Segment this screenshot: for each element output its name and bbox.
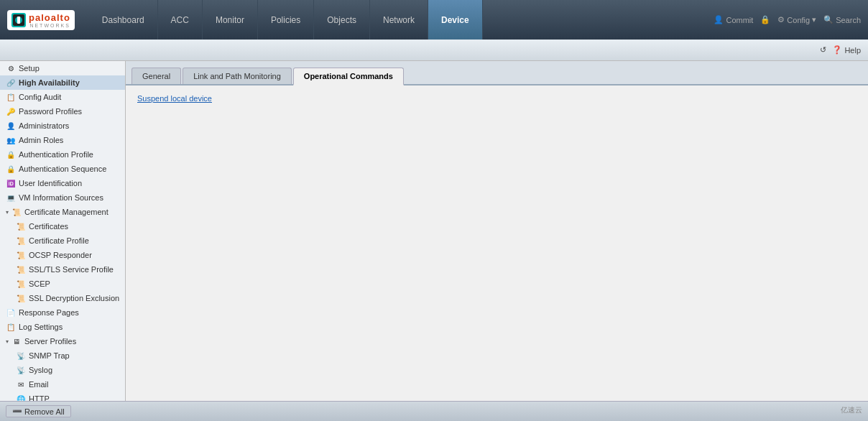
sidebar-label-ha: High Availability [19,78,80,87]
lock-icon: 🔒 [760,15,770,24]
main-nav-tabs: Dashboard ACC Monitor Policies Objects N… [89,0,714,40]
commit-label: Commit [726,16,753,24]
syslog-icon: 📡 [16,365,26,375]
remove-all-button[interactable]: ➖ Remove All [6,405,71,417]
logo-sub: NETWORKS [29,23,70,28]
nav-tab-monitor[interactable]: Monitor [203,0,258,40]
sidebar-item-high-availability[interactable]: 🔗 High Availability [0,75,125,90]
sidebar-item-ocsp[interactable]: 📜 OCSP Responder [0,248,125,262]
sidebar-label-log-settings: Log Settings [19,323,63,331]
sidebar-item-ssl-tls[interactable]: 📜 SSL/TLS Service Profile [0,262,125,277]
sidebar-item-http[interactable]: 🌐 HTTP [0,392,125,401]
config-button[interactable]: ⚙ Config ▾ [777,15,816,24]
response-pages-icon: 📄 [6,307,16,318]
sidebar-item-cert-mgmt[interactable]: ▾ 📜 Certificate Management [0,205,125,219]
sidebar-label-ocsp: OCSP Responder [29,251,92,259]
sidebar-label-setup: Setup [19,64,40,73]
tab-operational-commands[interactable]: Operational Commands [293,68,404,85]
remove-all-label: Remove All [24,407,65,416]
cert-mgmt-icon: 📜 [11,207,22,217]
http-icon: 🌐 [16,394,26,401]
commit-button[interactable]: 👤 Commit [714,15,753,24]
sidebar-item-ssl-decrypt[interactable]: 📜 SSL Decryption Exclusion [0,291,125,305]
sidebar-item-syslog[interactable]: 📡 Syslog [0,363,125,377]
sidebar-item-admin-roles[interactable]: 👥 Admin Roles [0,133,125,147]
search-icon: 🔍 [823,15,834,24]
sidebar-item-response-pages[interactable]: 📄 Response Pages [0,305,125,320]
sidebar-item-snmp[interactable]: 📡 SNMP Trap [0,348,125,363]
sidebar-label-auth-profile: Authentication Profile [19,150,93,159]
logo-brand: paloalto [29,12,70,23]
sidebar-label-user-id: User Identification [19,179,82,188]
vm-info-icon: 💻 [6,193,16,203]
sidebar-item-config-audit[interactable]: 📋 Config Audit [0,90,125,104]
nav-tab-dashboard[interactable]: Dashboard [89,0,158,40]
sidebar-label-config-audit: Config Audit [19,93,61,101]
sidebar-item-auth-profile[interactable]: 🔒 Authentication Profile [0,147,125,162]
sidebar-label-administrators: Administrators [19,121,69,130]
sidebar-label-server-profiles: Server Profiles [24,337,76,346]
sidebar-label-email: Email [29,380,49,389]
sidebar-item-password-profiles[interactable]: 🔑 Password Profiles [0,104,125,119]
sidebar-item-setup[interactable]: ⚙ Setup [0,61,125,75]
log-settings-icon: 📋 [6,322,16,332]
logo-icon [11,13,26,27]
nav-tab-device[interactable]: Device [428,0,483,40]
suspend-local-device-link[interactable]: Suspend local device [137,94,212,103]
tab-link-path-monitoring[interactable]: Link and Path Monitoring [183,68,292,84]
sidebar-item-log-settings[interactable]: 📋 Log Settings [0,320,125,334]
sidebar-label-ssl-tls: SSL/TLS Service Profile [29,265,114,274]
sidebar-label-http: HTTP [29,394,50,401]
sidebar-item-cert-profile[interactable]: 📜 Certificate Profile [0,233,125,248]
main-layout: ⚙ Setup 🔗 High Availability 📋 Config Aud… [0,61,868,401]
sidebar-label-auth-sequence: Authentication Sequence [19,165,106,173]
certificates-icon: 📜 [16,221,26,231]
nav-tab-objects[interactable]: Objects [314,0,370,40]
svg-rect-2 [17,17,20,24]
search-label: Search [836,16,861,24]
sidebar-label-syslog: Syslog [29,366,52,374]
commit-icon: 👤 [714,15,724,24]
nav-tab-policies[interactable]: Policies [258,0,314,40]
toolbar-row: ↺ ❓ Help [0,40,868,61]
nav-tab-acc[interactable]: ACC [158,0,203,40]
sidebar-label-admin-roles: Admin Roles [19,136,63,144]
server-profiles-arrow: ▾ [6,338,9,345]
sidebar-item-vm-info[interactable]: 💻 VM Information Sources [0,190,125,205]
top-nav-bar: paloalto NETWORKS Dashboard ACC Monitor … [0,0,868,40]
tab-general[interactable]: General [131,68,181,84]
config-audit-icon: 📋 [6,92,16,102]
sidebar-item-scep[interactable]: 📜 SCEP [0,277,125,291]
watermark: 亿速云 [841,405,862,415]
sidebar-label-response-pages: Response Pages [19,308,79,317]
lock-icon-btn[interactable]: 🔒 [760,15,770,24]
minus-icon: ➖ [12,407,22,416]
sidebar-label-certificates: Certificates [29,222,68,231]
ocsp-icon: 📜 [16,250,26,260]
sidebar-label-ssl-decrypt: SSL Decryption Exclusion [29,294,119,302]
sidebar-label-cert-mgmt: Certificate Management [24,208,108,216]
sidebar-item-user-id[interactable]: 🆔 User Identification [0,176,125,190]
sidebar-item-server-profiles[interactable]: ▾ 🖥 Server Profiles [0,334,125,348]
sidebar-item-auth-sequence[interactable]: 🔒 Authentication Sequence [0,162,125,176]
config-icon: ⚙ [777,15,785,24]
help-label: Help [844,46,861,55]
cert-profile-icon: 📜 [16,236,26,246]
admin-roles-icon: 👥 [6,135,16,145]
refresh-button[interactable]: ↺ [820,45,826,55]
sidebar-item-email[interactable]: ✉ Email [0,377,125,392]
tab-content-operational: Suspend local device [126,85,868,401]
refresh-icon: ↺ [820,45,826,55]
search-button[interactable]: 🔍 Search [823,15,861,24]
sidebar-label-snmp: SNMP Trap [29,351,70,360]
setup-icon: ⚙ [6,63,16,73]
sidebar-item-administrators[interactable]: 👤 Administrators [0,119,125,133]
sidebar-item-certificates[interactable]: 📜 Certificates [0,219,125,233]
auth-profile-icon: 🔒 [6,149,16,159]
config-chevron-icon: ▾ [812,15,816,24]
sidebar-label-password-profiles: Password Profiles [19,107,82,116]
logo-box: paloalto NETWORKS [7,10,75,30]
help-button[interactable]: ❓ Help [832,45,861,55]
email-icon: ✉ [16,379,26,389]
nav-tab-network[interactable]: Network [370,0,428,40]
